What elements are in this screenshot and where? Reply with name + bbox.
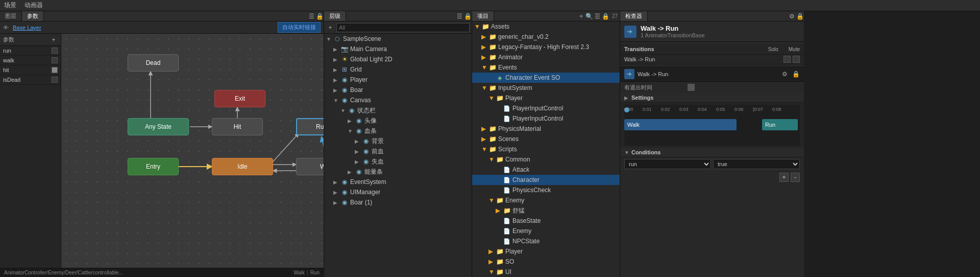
hier-item-globallight[interactable]: ▶ ☀ Global Light 2D: [324, 54, 472, 64]
animator-panel-lock-icon[interactable]: 🔒: [315, 12, 324, 20]
hierarchy-lock-icon[interactable]: 🔒: [463, 12, 472, 20]
project-add-btn[interactable]: +: [577, 12, 585, 20]
hier-item-maincamera[interactable]: ▶ 📷 Main Camera: [324, 44, 472, 54]
state-dead[interactable]: Dead: [128, 54, 179, 72]
proj-enemy-folder[interactable]: ▼ 📁 Enemy: [472, 195, 620, 205]
proj-player-folder[interactable]: ▶ 📁 Player: [472, 246, 620, 257]
proj-inputsystem[interactable]: ▼ 📁 InputSystem: [472, 83, 620, 93]
remove-condition-btn[interactable]: -: [791, 173, 800, 182]
transition-settings-icon[interactable]: ⚙: [780, 70, 789, 78]
hier-item-health2[interactable]: ▶ ◉ 前血: [324, 146, 472, 156]
proj-scripts[interactable]: ▼ 📁 Scripts: [472, 144, 620, 154]
hier-item-player[interactable]: ▶ ◉ Player: [324, 75, 472, 85]
proj-enemy-script[interactable]: 📄 Enemy: [472, 226, 620, 236]
eventsystem-icon: ◉: [340, 178, 349, 186]
transition-walk-run-row[interactable]: Walk -> Run: [620, 55, 804, 64]
param-hit-checkbox[interactable]: [52, 67, 58, 73]
state-idle[interactable]: Idle: [212, 158, 273, 175]
proj-basestate[interactable]: 📄 BaseState: [472, 216, 620, 226]
condition-param-select[interactable]: run: [624, 159, 711, 169]
state-entry[interactable]: Entry: [128, 158, 179, 175]
base-layer-label[interactable]: Base Layer: [13, 25, 41, 31]
add-param-btn[interactable]: +: [50, 36, 58, 44]
state-anystate[interactable]: Any State: [128, 118, 189, 135]
tab-params[interactable]: 参数: [22, 11, 44, 21]
state-run[interactable]: Run: [296, 118, 324, 135]
project-search-icon[interactable]: 🔍: [585, 12, 594, 20]
proj-common[interactable]: ▼ 📁 Common: [472, 154, 620, 165]
tab-inspector[interactable]: 检查器: [620, 11, 648, 21]
hier-item-bg[interactable]: ▶ ◉ 背景: [324, 136, 472, 146]
animator-arrows-svg: [61, 34, 324, 268]
animator-graph[interactable]: Dead Exit Any State Hit Run Entry Idle W…: [61, 34, 324, 268]
condition-value-select[interactable]: true: [713, 159, 800, 169]
project-content[interactable]: ▼ 📁 Assets ▶ 📁 generic_char_v0.2 ▶ 📁 Leg…: [472, 21, 620, 277]
transition-lock-icon[interactable]: 🔒: [792, 70, 800, 78]
exit-time-toggle[interactable]: [688, 84, 695, 91]
param-walk-checkbox[interactable]: [52, 57, 58, 63]
proj-generic[interactable]: ▶ 📁 generic_char_v0.2: [472, 32, 620, 42]
hier-item-health3[interactable]: ▶ ◉ 失血: [324, 156, 472, 167]
animator-tabs: 图层 参数 ☰ 🔒: [0, 11, 324, 21]
inspector-settings-icon[interactable]: ⚙: [788, 12, 796, 20]
proj-playerinputcontrol2[interactable]: 📄 PlayerInputControl: [472, 113, 620, 124]
transitions-header-label: Transitions: [624, 46, 768, 52]
tab-layers[interactable]: 图层: [0, 11, 22, 21]
proj-npcstate[interactable]: 📄 NPCState: [472, 236, 620, 246]
proj-playerinputcontrol1[interactable]: 📄 PlayerInputControl: [472, 103, 620, 113]
proj-character[interactable]: 📄 Character: [472, 175, 620, 185]
proj-physicsmaterial[interactable]: ▶ 📁 PhysicsMaterial: [472, 124, 620, 134]
proj-events[interactable]: ▼ 📁 Events: [472, 62, 620, 73]
proj-player-input[interactable]: ▼ 📁 Player: [472, 93, 620, 103]
tab-hierarchy[interactable]: 层级: [324, 11, 346, 21]
hier-item-energy[interactable]: ▶ ◉ 能量条: [324, 167, 472, 177]
proj-character-event-so[interactable]: ◈ Character Event SO: [472, 73, 620, 83]
hier-item-statusbar[interactable]: ▼ ◉ 状态栏: [324, 105, 472, 116]
transition-arrow-icon: [626, 28, 634, 36]
hierarchy-search[interactable]: [336, 23, 470, 32]
add-condition-btn[interactable]: +: [779, 173, 789, 182]
inspector-lock-icon[interactable]: 🔒: [796, 12, 804, 20]
hier-item-avatar[interactable]: ▶ ◉ 头像: [324, 116, 472, 126]
proj-scenes[interactable]: ▶ 📁 Scenes: [472, 134, 620, 144]
hier-item-uimanager[interactable]: ▶ ◉ UIManager: [324, 187, 472, 197]
menu-animator[interactable]: 动画器: [24, 1, 43, 10]
hier-item-health[interactable]: ▼ ◉ 血条: [324, 126, 472, 136]
param-isDead-checkbox[interactable]: [52, 77, 58, 83]
state-exit[interactable]: Exit: [214, 90, 265, 107]
settings-section-header[interactable]: ▶ Settings: [620, 93, 804, 103]
state-hit[interactable]: Hit: [212, 118, 263, 135]
hier-item-eventsystem[interactable]: ▶ ◉ EventSystem: [324, 177, 472, 187]
project-lock-icon[interactable]: 🔒: [602, 12, 610, 20]
proj-legacy[interactable]: ▶ 📁 Legacy-Fantasy - High Forest 2.3: [472, 42, 620, 52]
proj-shuxiong[interactable]: ▶ 📁 舒猛: [472, 205, 620, 216]
project-menu-icon[interactable]: ☰: [594, 12, 602, 20]
solo-toggle[interactable]: [783, 56, 791, 63]
proj-assets[interactable]: ▼ 📁 Assets: [472, 21, 620, 32]
hier-item-boar[interactable]: ▶ ◉ Boar: [324, 85, 472, 95]
add-hierarchy-btn[interactable]: +: [326, 24, 334, 32]
hierarchy-content[interactable]: ▼ ⬡ SampleScene ▶ 📷 Main Camera ▶ ☀ Glob…: [324, 34, 472, 277]
hier-item-boar2[interactable]: ▶ ◉ Boar (1): [324, 197, 472, 207]
mute-toggle[interactable]: [793, 56, 800, 63]
energy-label: 能量条: [364, 168, 383, 176]
hier-item-grid[interactable]: ▶ ⊞ Grid: [324, 64, 472, 75]
hier-item-canvas[interactable]: ▼ ◉ Canvas: [324, 95, 472, 105]
transitions-header-row: Transitions Solo Mute: [620, 44, 804, 55]
hierarchy-menu-icon[interactable]: ☰: [455, 12, 463, 20]
animator-panel-menu-icon[interactable]: ☰: [307, 12, 315, 20]
tab-project[interactable]: 项目: [472, 11, 494, 21]
proj-so[interactable]: ▶ 📁 SO: [472, 257, 620, 267]
proj-attack[interactable]: 📄 Attack: [472, 165, 620, 175]
hier-item-samplescene[interactable]: ▼ ⬡ SampleScene: [324, 34, 472, 44]
svg-line-3: [273, 133, 299, 161]
auto-link-button[interactable]: 自动实时链接: [278, 22, 321, 33]
proj-ui[interactable]: ▼ 📁 UI: [472, 267, 620, 277]
conditions-section-header[interactable]: ▼ Conditions: [620, 148, 804, 157]
param-run-checkbox[interactable]: [52, 48, 58, 54]
state-walk[interactable]: Walk: [296, 158, 324, 175]
attack-icon: 📄: [503, 166, 511, 174]
proj-physicscheck[interactable]: 📄 PhysicsCheck: [472, 185, 620, 195]
proj-animator[interactable]: ▶ 📁 Animator: [472, 52, 620, 62]
menu-scene[interactable]: 场景: [4, 1, 16, 10]
